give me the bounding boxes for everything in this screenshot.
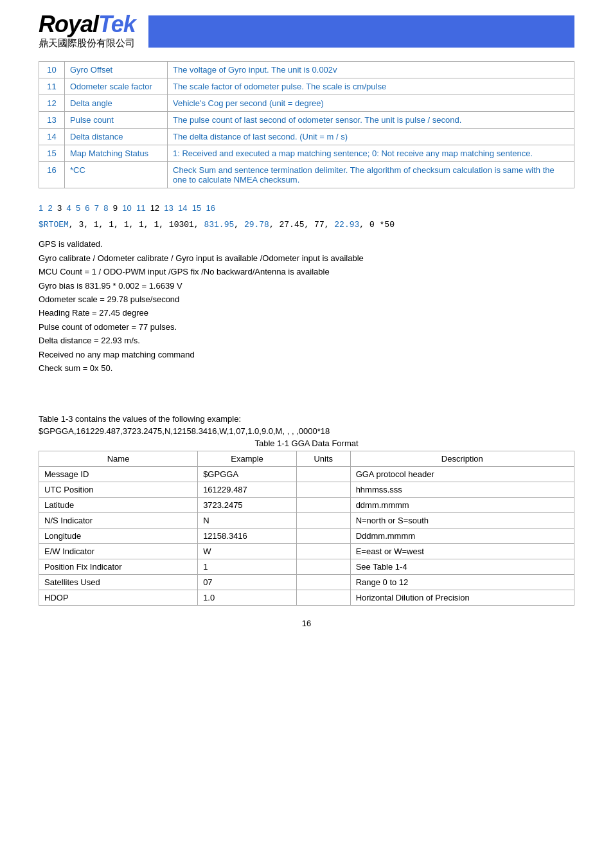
gga-table: NameExampleUnitsDescription Message ID$G… <box>39 451 574 606</box>
num-blue: 16 <box>206 203 215 213</box>
gga-cell-example: 1.0 <box>198 590 297 605</box>
num-blue: 4 <box>66 203 71 213</box>
gga-cell-units <box>296 512 350 528</box>
gga-table-row: Latitude3723.2475ddmm.mmmm <box>39 497 574 512</box>
gga-col-header: Example <box>198 451 297 466</box>
num-blue: 2 <box>48 203 52 213</box>
rtoem-comma1: , <box>234 220 244 230</box>
gga-cell-example: $GPGGA <box>198 466 297 482</box>
table-row: 13 Pulse count The pulse count of last s… <box>39 112 574 129</box>
rtoem-val3: 22.93 <box>334 220 359 230</box>
gga-section: Table 1-3 contains the values of the fol… <box>39 414 574 606</box>
rtoem-mid: , 27.45, 77, <box>269 220 334 230</box>
desc-line: Received no any map matching command <box>39 348 574 361</box>
page-number: 16 <box>39 619 574 628</box>
desc-line: Check sum = 0x 50. <box>39 361 574 375</box>
rtoem-cmd: $RTOEM <box>39 220 69 230</box>
gga-cell-description: See Table 1-4 <box>350 559 574 574</box>
gga-table-row: Satellites Used07Range 0 to 12 <box>39 574 574 590</box>
gga-table-row: N/S IndicatorNN=north or S=south <box>39 512 574 528</box>
gga-cell-description: E=east or W=west <box>350 543 574 559</box>
num-blue: 10 <box>122 203 131 213</box>
gga-cell-name: Latitude <box>39 497 198 512</box>
example-section: 1 2 3 4 5 6 7 8 9 10 11 12 13 14 15 16 $… <box>39 201 574 375</box>
desc-line: MCU Count = 1 / ODO-PWM input /GPS fix /… <box>39 265 574 278</box>
gga-example-line: $GPGGA,161229.487,3723.2475,N,12158.3416… <box>39 426 574 436</box>
table-row: 11 Odometer scale factor The scale facto… <box>39 78 574 95</box>
table-row: 14 Delta distance The delta distance of … <box>39 129 574 145</box>
desc-line: Gyro calibrate / Odometer calibrate / Gy… <box>39 251 574 265</box>
gga-col-header: Units <box>296 451 350 466</box>
gga-cell-units <box>296 466 350 482</box>
table-row: 12 Delta angle Vehicle's Cog per second … <box>39 95 574 112</box>
desc-line: GPS is validated. <box>39 237 574 251</box>
num-blue: 6 <box>85 203 89 213</box>
gga-cell-example: 07 <box>198 574 297 590</box>
row-id: 13 <box>39 112 65 129</box>
gga-cell-units <box>296 497 350 512</box>
row-id: 11 <box>39 78 65 95</box>
header-banner <box>148 15 574 48</box>
gga-cell-description: hhmmss.sss <box>350 482 574 497</box>
gga-table-row: Position Fix Indicator1See Table 1-4 <box>39 559 574 574</box>
gga-cell-name: UTC Position <box>39 482 198 497</box>
row-field: *CC <box>65 162 168 188</box>
gga-table-row: E/W IndicatorWE=east or W=west <box>39 543 574 559</box>
num-black: 12 <box>150 203 159 213</box>
gga-cell-description: GGA protocol header <box>350 466 574 482</box>
rtoem-val2: 29.78 <box>244 220 269 230</box>
gga-cell-name: HDOP <box>39 590 198 605</box>
num-row: 1 2 3 4 5 6 7 8 9 10 11 12 13 14 15 16 <box>39 201 574 215</box>
row-desc: Vehicle's Cog per second (unit = degree) <box>168 95 574 112</box>
rtoem-val1: 831.95 <box>204 220 234 230</box>
gga-cell-name: Position Fix Indicator <box>39 559 198 574</box>
gga-col-header: Description <box>350 451 574 466</box>
table-row: 15 Map Matching Status 1: Received and e… <box>39 145 574 162</box>
row-id: 14 <box>39 129 65 145</box>
row-id: 16 <box>39 162 65 188</box>
row-field: Pulse count <box>65 112 168 129</box>
desc-line: Delta distance = 22.93 m/s. <box>39 334 574 347</box>
gga-intro: Table 1-3 contains the values of the fol… <box>39 414 574 424</box>
row-id: 15 <box>39 145 65 162</box>
gga-cell-units <box>296 559 350 574</box>
row-desc: The pulse count of last second of odomet… <box>168 112 574 129</box>
num-black: 3 <box>57 203 62 213</box>
num-black: 9 <box>113 203 118 213</box>
row-field: Delta angle <box>65 95 168 112</box>
logo-tek-part: Tek <box>98 11 136 37</box>
gga-cell-units <box>296 590 350 605</box>
desc-line: Gyro bias is 831.95 * 0.002 = 1.6639 V <box>39 279 574 293</box>
row-field: Delta distance <box>65 129 168 145</box>
gga-cell-example: W <box>198 543 297 559</box>
gga-cell-example: 161229.487 <box>198 482 297 497</box>
num-blue: 8 <box>103 203 108 213</box>
desc-line: Odometer scale = 29.78 pulse/second <box>39 293 574 306</box>
gga-cell-name: E/W Indicator <box>39 543 198 559</box>
num-blue: 14 <box>178 203 187 213</box>
gga-cell-description: N=north or S=south <box>350 512 574 528</box>
gga-cell-description: Horizontal Dilution of Precision <box>350 590 574 605</box>
gga-cell-units <box>296 574 350 590</box>
gga-cell-description: ddmm.mmmm <box>350 497 574 512</box>
row-desc: 1: Received and executed a map matching … <box>168 145 574 162</box>
rtoem-end: , 0 *50 <box>359 220 395 230</box>
gga-cell-units <box>296 482 350 497</box>
gga-col-header: Name <box>39 451 198 466</box>
page-header: RoyalTek 鼎天國際股份有限公司 <box>39 13 574 50</box>
logo-text: RoyalTek <box>39 13 136 36</box>
row-desc: Check Sum and sentence termination delim… <box>168 162 574 188</box>
gga-cell-example: 1 <box>198 559 297 574</box>
num-blue: 1 <box>39 203 43 213</box>
rtoem-row: $RTOEM, 3, 1, 1, 1, 1, 1, 10301, 831.95,… <box>39 218 574 232</box>
num-blue: 5 <box>76 203 80 213</box>
row-field: Gyro Offset <box>65 62 168 78</box>
row-id: 10 <box>39 62 65 78</box>
fields-table: 10 Gyro Offset The voltage of Gyro input… <box>39 61 574 188</box>
gga-table-row: Message ID$GPGGAGGA protocol header <box>39 466 574 482</box>
gga-cell-name: Message ID <box>39 466 198 482</box>
gga-table-title: Table 1-1 GGA Data Format <box>39 439 574 448</box>
gga-table-row: HDOP1.0Horizontal Dilution of Precision <box>39 590 574 605</box>
gga-table-row: UTC Position161229.487hhmmss.sss <box>39 482 574 497</box>
gga-cell-description: Dddmm.mmmm <box>350 528 574 543</box>
